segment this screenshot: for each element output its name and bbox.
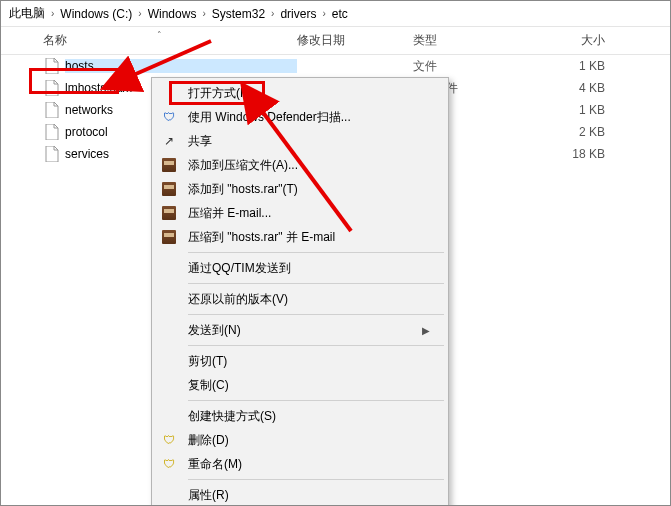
- file-icon: [43, 79, 61, 97]
- menu-label: 通过QQ/TIM发送到: [188, 260, 291, 277]
- menu-restore-version[interactable]: 还原以前的版本(V): [154, 287, 446, 311]
- menu-label: 发送到(N): [188, 322, 241, 339]
- separator: [188, 314, 444, 315]
- menu-send-to[interactable]: 发送到(N) ▶: [154, 318, 446, 342]
- menu-label: 删除(D): [188, 432, 229, 449]
- menu-add-to-archive[interactable]: 添加到压缩文件(A)...: [154, 153, 446, 177]
- col-size[interactable]: 大小: [539, 32, 635, 49]
- menu-cut[interactable]: 剪切(T): [154, 349, 446, 373]
- menu-label: 添加到压缩文件(A)...: [188, 157, 298, 174]
- file-size: 1 KB: [539, 103, 635, 117]
- file-row[interactable]: hosts 文件 1 KB: [1, 55, 670, 77]
- menu-properties[interactable]: 属性(R): [154, 483, 446, 506]
- menu-label: 共享: [188, 133, 212, 150]
- column-headers: 名称 修改日期 类型 大小: [1, 27, 670, 55]
- menu-compress-rar-email[interactable]: 压缩到 "hosts.rar" 并 E-mail: [154, 225, 446, 249]
- menu-label: 重命名(M): [188, 456, 242, 473]
- file-icon: [43, 145, 61, 163]
- menu-label: 还原以前的版本(V): [188, 291, 288, 308]
- menu-copy[interactable]: 复制(C): [154, 373, 446, 397]
- menu-label: 剪切(T): [188, 353, 227, 370]
- separator: [188, 400, 444, 401]
- menu-rename[interactable]: 🛡 重命名(M): [154, 452, 446, 476]
- menu-label: 打开方式(H): [188, 85, 253, 102]
- menu-delete[interactable]: 🛡 删除(D): [154, 428, 446, 452]
- menu-open-with[interactable]: 打开方式(H): [154, 81, 446, 105]
- share-icon: ↗: [160, 132, 178, 150]
- menu-defender-scan[interactable]: 🛡 使用 Windows Defender扫描...: [154, 105, 446, 129]
- menu-add-to-hosts-rar[interactable]: 添加到 "hosts.rar"(T): [154, 177, 446, 201]
- menu-label: 压缩并 E-mail...: [188, 205, 271, 222]
- file-icon: [43, 123, 61, 141]
- breadcrumb-seg[interactable]: System32: [210, 7, 267, 21]
- file-size: 1 KB: [539, 59, 635, 73]
- separator: [188, 283, 444, 284]
- menu-create-shortcut[interactable]: 创建快捷方式(S): [154, 404, 446, 428]
- menu-label: 创建快捷方式(S): [188, 408, 276, 425]
- breadcrumb-seg[interactable]: Windows (C:): [58, 7, 134, 21]
- context-menu: 打开方式(H) 🛡 使用 Windows Defender扫描... ↗ 共享 …: [151, 77, 449, 506]
- menu-label: 复制(C): [188, 377, 229, 394]
- shield-icon: 🛡: [160, 431, 178, 449]
- shield-icon: 🛡: [160, 108, 178, 126]
- rar-icon: [160, 204, 178, 222]
- col-type[interactable]: 类型: [413, 32, 539, 49]
- rar-icon: [160, 228, 178, 246]
- chevron-right-icon[interactable]: ›: [267, 8, 278, 19]
- separator: [188, 479, 444, 480]
- file-size: 18 KB: [539, 147, 635, 161]
- chevron-right-icon[interactable]: ›: [47, 8, 58, 19]
- sort-indicator-icon: ˄: [157, 30, 162, 40]
- file-size: 4 KB: [539, 81, 635, 95]
- chevron-right-icon[interactable]: ›: [134, 8, 145, 19]
- menu-label: 添加到 "hosts.rar"(T): [188, 181, 298, 198]
- file-icon: [43, 101, 61, 119]
- chevron-right-icon[interactable]: ›: [198, 8, 209, 19]
- menu-share[interactable]: ↗ 共享: [154, 129, 446, 153]
- breadcrumb-seg[interactable]: Windows: [146, 7, 199, 21]
- breadcrumb[interactable]: 此电脑 › Windows (C:) › Windows › System32 …: [1, 1, 670, 27]
- shield-icon: 🛡: [160, 455, 178, 473]
- file-size: 2 KB: [539, 125, 635, 139]
- breadcrumb-seg[interactable]: etc: [330, 7, 350, 21]
- chevron-right-icon[interactable]: ›: [318, 8, 329, 19]
- menu-label: 使用 Windows Defender扫描...: [188, 109, 351, 126]
- menu-label: 压缩到 "hosts.rar" 并 E-mail: [188, 229, 335, 246]
- file-type: 文件: [413, 58, 539, 75]
- menu-send-qq[interactable]: 通过QQ/TIM发送到: [154, 256, 446, 280]
- chevron-right-icon: ▶: [422, 325, 430, 336]
- breadcrumb-seg[interactable]: drivers: [278, 7, 318, 21]
- file-icon: [43, 57, 61, 75]
- rar-icon: [160, 180, 178, 198]
- col-date[interactable]: 修改日期: [297, 32, 413, 49]
- col-name[interactable]: 名称: [43, 32, 297, 49]
- separator: [188, 345, 444, 346]
- menu-compress-email[interactable]: 压缩并 E-mail...: [154, 201, 446, 225]
- separator: [188, 252, 444, 253]
- breadcrumb-seg[interactable]: 此电脑: [7, 5, 47, 22]
- file-name: hosts: [65, 59, 297, 73]
- rar-icon: [160, 156, 178, 174]
- menu-label: 属性(R): [188, 487, 229, 504]
